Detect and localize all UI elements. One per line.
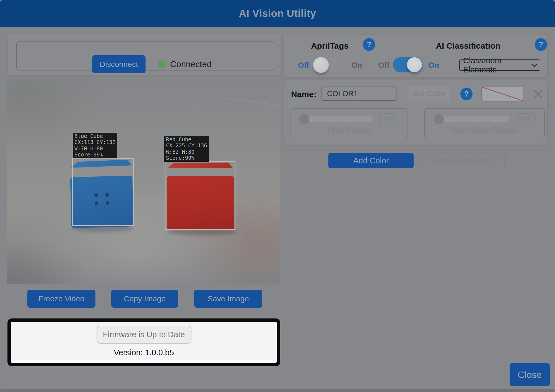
detection-modes-panel: AprilTags ? Off On AI Classification ? O… (284, 35, 547, 77)
connection-status-text: Connected (170, 59, 212, 69)
red-cube-detection-label: Red CubeCX:225 CY:136W:82 H:80Score:99% (164, 136, 209, 162)
color-swatch-empty (481, 87, 524, 101)
apriltags-heading: AprilTags (302, 41, 357, 51)
freeze-video-button[interactable]: Freeze Video (27, 290, 95, 308)
blue-cube-bounding-box (72, 158, 134, 226)
add-color-button[interactable]: Add Color (328, 153, 414, 168)
detection-line: CX:225 CY:136 (166, 142, 207, 148)
firmware-panel: Firmware is Up to Date Version: 1.0.0.b5 (7, 318, 280, 366)
saturation-slider-track[interactable] (434, 116, 509, 122)
hue-value-badge: N/A (379, 113, 399, 124)
title-bar: AI Vision Utility (0, 0, 555, 27)
detection-line: Red Cube (166, 136, 191, 142)
connection-panel: Disconnect Connected (8, 34, 281, 75)
window-bottom-edge (0, 389, 555, 392)
ai-vision-utility-dialog: AI Vision Utility Disconnect Connected (0, 0, 555, 392)
detection-line: Blue Cube (74, 133, 103, 139)
add-color-code-button[interactable]: Add Color Code (421, 153, 505, 168)
saturation-value-badge: N/A (515, 113, 535, 124)
red-cube-bounding-box (165, 161, 235, 230)
copy-image-button[interactable]: Copy Image (111, 290, 178, 308)
ai-classification-toggle[interactable] (393, 57, 422, 72)
divider (377, 40, 377, 73)
apriltags-off-label: Off (298, 61, 309, 70)
wall-corner-line (225, 79, 225, 99)
color-signature-panel: Name: Set Color ? N/A Hue Range N/A Satu… (284, 80, 547, 145)
firmware-status-button[interactable]: Firmware is Up to Date (97, 326, 191, 344)
ai-classification-off-label: Off (378, 61, 389, 70)
blue-cube-detection-label: Blue CubeCX:113 CY:132W:70 H:80Score:99% (73, 133, 117, 158)
detection-line: Score:99% (74, 151, 103, 158)
ai-model-dropdown[interactable]: Classroom Elements (459, 59, 540, 71)
connected-status-icon (158, 60, 165, 68)
disconnect-button[interactable]: Disconnect (92, 55, 146, 73)
ai-classification-help-icon[interactable]: ? (535, 38, 547, 51)
color-name-input[interactable] (321, 87, 396, 101)
set-color-help-icon[interactable]: ? (460, 88, 473, 100)
wall-edge-line (225, 98, 280, 106)
detection-line: CX:113 CY:132 (74, 139, 116, 145)
firmware-version-text: Version: 1.0.0.b5 (114, 348, 174, 357)
detection-line: W:70 H:80 (74, 145, 103, 151)
save-image-button[interactable]: Save Image (194, 290, 262, 308)
remove-color-icon[interactable] (533, 89, 543, 99)
hue-range-group: N/A Hue Range (291, 108, 408, 138)
set-color-button[interactable]: Set Color (408, 87, 450, 101)
toggle-knob (313, 57, 329, 73)
camera-feed: Blue CubeCX:113 CY:132W:70 H:80Score:99%… (7, 79, 280, 284)
connection-status-box: Disconnect Connected (16, 41, 273, 70)
hue-slider-track[interactable] (300, 116, 373, 122)
toggle-knob (406, 57, 422, 73)
detection-line: W:82 H:80 (166, 149, 194, 155)
saturation-slider-knob[interactable] (434, 114, 444, 124)
page-title: AI Vision Utility (239, 8, 316, 19)
saturation-range-label: Saturation Range (425, 126, 544, 135)
close-button[interactable]: Close (510, 363, 550, 386)
saturation-range-group: N/A Saturation Range (424, 108, 545, 138)
hue-slider-knob[interactable] (299, 114, 309, 124)
hue-range-label: Hue Range (291, 126, 408, 135)
apriltags-on-label: On (351, 61, 362, 70)
ai-classification-heading: AI Classification (431, 41, 505, 51)
detection-line: Score:99% (166, 155, 194, 161)
apriltags-toggle[interactable] (315, 58, 347, 72)
name-label: Name: (291, 90, 317, 99)
ai-classification-on-label: On (428, 61, 439, 70)
ai-model-selected-value: Classroom Elements (463, 56, 532, 74)
apriltags-help-icon[interactable]: ? (363, 38, 375, 51)
